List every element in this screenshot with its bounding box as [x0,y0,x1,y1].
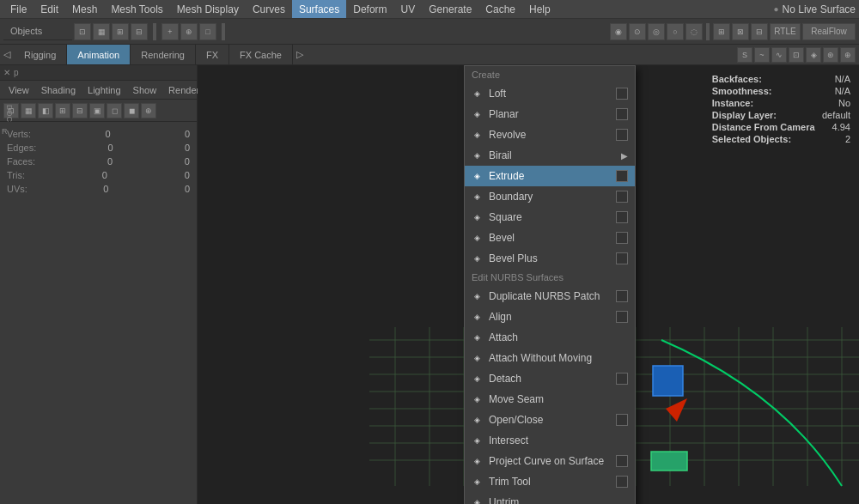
tab-fx-cache[interactable]: FX Cache [229,45,293,64]
menu-mesh[interactable]: Mesh [65,0,104,18]
toolbar-r-icon-4[interactable]: ○ [667,23,684,40]
vp-icon-2[interactable]: ~ [754,47,770,63]
shading-menu-item[interactable]: Shading [36,85,81,95]
toolbar-r-icon-6[interactable]: ⊞ [713,23,730,40]
toolbar-icon-4[interactable]: ⊟ [131,23,148,40]
toolbar-icon-5[interactable]: + [161,23,179,40]
surfaces-dropdown-menu[interactable]: Create ◈ Loft ◈ Planar ◈ Revolve ◈ Birai… [464,65,636,504]
tab-arrow-icon[interactable]: ◁ [0,49,14,60]
lp-icon-4[interactable]: ⊞ [55,103,70,118]
dropdown-loft[interactable]: ◈ Loft [465,83,635,104]
panel-header-label: p [14,68,19,77]
menu-mesh-display[interactable]: Mesh Display [170,0,246,18]
realflow-button[interactable]: RealFlow [802,23,856,40]
toolbar-r-icon-8[interactable]: ⊟ [751,23,768,40]
lp-icon-3[interactable]: ◧ [38,103,53,118]
dropdown-detach[interactable]: ◈ Detach [465,368,635,389]
dropdown-square[interactable]: ◈ Square [465,207,635,228]
view-menu-item[interactable]: View [3,85,34,95]
panel-close-icon[interactable]: ✕ [3,68,10,77]
toolbar-r-icon-5[interactable]: ◌ [685,23,703,40]
dropdown-move-seam[interactable]: ◈ Move Seam [465,389,635,410]
square-checkbox[interactable] [616,211,628,223]
boundary-checkbox[interactable] [616,191,628,203]
lp-icon-2[interactable]: ▦ [21,103,36,118]
dropdown-project-curve[interactable]: ◈ Project Curve on Surface [465,451,635,471]
menu-uv[interactable]: UV [394,0,423,18]
menu-generate[interactable]: Generate [422,0,478,18]
tab-plus-icon[interactable]: ▷ [293,49,307,60]
toolbar-r-icon-1[interactable]: ◉ [610,23,627,40]
dropdown-revolve[interactable]: ◈ Revolve [465,124,635,145]
menu-deform[interactable]: Deform [346,0,393,18]
extrude-checkbox[interactable] [616,170,628,182]
toolbar-icon-1[interactable]: ⊡ [74,23,91,40]
menu-cache[interactable]: Cache [478,0,522,18]
lp-icon-7[interactable]: ◻ [107,103,122,118]
toolbar-icon-7[interactable]: □ [199,23,216,40]
tab-fx[interactable]: FX [196,45,229,64]
side-label-doc[interactable]: DOC [2,105,14,122]
toolbar-icon-6[interactable]: ⊕ [180,23,198,40]
dropdown-dup-nurbs[interactable]: ◈ Duplicate NURBS Patch [465,286,635,307]
dropdown-extrude[interactable]: ◈ Extrude [465,166,635,186]
viewport[interactable]: Backfaces: N/A Smoothness: N/A Instance:… [198,65,859,504]
menu-surfaces[interactable]: Surfaces [292,0,346,18]
dropdown-trim-tool[interactable]: ◈ Trim Tool [465,471,635,492]
dropdown-intersect[interactable]: ◈ Intersect [465,430,635,451]
lp-icon-6[interactable]: ▣ [89,103,105,118]
planar-checkbox[interactable] [616,108,628,120]
toolbar-icon-2[interactable]: ▦ [93,23,110,40]
dropdown-bevel-plus[interactable]: ◈ Bevel Plus [465,248,635,269]
bevel-plus-checkbox[interactable] [616,252,628,264]
menu-help[interactable]: Help [522,0,557,18]
top-right-area: ● No Live Surface [774,3,856,15]
show-menu-item[interactable]: Show [128,85,162,95]
vp-icon-1[interactable]: S [737,47,752,63]
stats-edges-label: Edges: [7,143,36,153]
side-icon-r[interactable]: R [2,127,14,136]
vp-icon-7[interactable]: ⊕ [840,47,856,63]
lp-icon-8[interactable]: ◼ [124,103,139,118]
rtle-button[interactable]: RTLE [770,23,801,40]
toolbar-r-icon-2[interactable]: ⊙ [629,23,646,40]
dropdown-birail[interactable]: ◈ Birail ▶ [465,145,635,166]
tab-rigging[interactable]: Rigging [14,45,67,64]
dropdown-boundary[interactable]: ◈ Boundary [465,186,635,207]
dropdown-attach-without-moving[interactable]: ◈ Attach Without Moving [465,348,635,368]
tab-rendering[interactable]: Rendering [131,45,196,64]
align-checkbox[interactable] [616,311,628,323]
dropdown-align[interactable]: ◈ Align [465,307,635,327]
lp-icon-5[interactable]: ⊟ [72,103,88,118]
project-curve-checkbox[interactable] [616,455,628,467]
menu-edit[interactable]: Edit [34,0,65,18]
menu-curves[interactable]: Curves [246,0,292,18]
revolve-checkbox[interactable] [616,129,628,141]
dropdown-planar[interactable]: ◈ Planar [465,104,635,124]
dup-nurbs-checkbox[interactable] [616,290,628,302]
dropdown-untrim[interactable]: ◈ Untrim [465,492,635,504]
vp-icon-6[interactable]: ⊛ [823,47,838,63]
dropdown-bevel[interactable]: ◈ Bevel [465,228,635,248]
stats-uvs-val2: 0 [185,184,190,194]
lighting-menu-item[interactable]: Lighting [82,85,126,95]
tab-animation[interactable]: Animation [67,45,131,64]
toolbar-icon-3[interactable]: ⊞ [112,23,129,40]
vp-icon-4[interactable]: ⊡ [789,47,804,63]
loft-checkbox[interactable] [616,88,628,100]
trim-tool-checkbox[interactable] [616,476,628,488]
vp-icon-3[interactable]: ∿ [771,47,787,63]
menu-file[interactable]: File [3,0,34,18]
open-close-checkbox[interactable] [616,414,628,426]
vp-icon-5[interactable]: ◈ [806,47,821,63]
stats-uvs-val1: 0 [103,184,108,194]
dropdown-attach[interactable]: ◈ Attach [465,327,635,348]
toolbar-r-icon-3[interactable]: ◎ [648,23,665,40]
left-panel: ✕ p View Shading Lighting Show Renderer … [0,65,198,504]
detach-checkbox[interactable] [616,373,628,385]
bevel-checkbox[interactable] [616,232,628,244]
toolbar-r-icon-7[interactable]: ⊠ [732,23,749,40]
menu-mesh-tools[interactable]: Mesh Tools [104,0,169,18]
dropdown-open-close[interactable]: ◈ Open/Close [465,410,635,430]
lp-icon-9[interactable]: ⊕ [141,103,156,118]
